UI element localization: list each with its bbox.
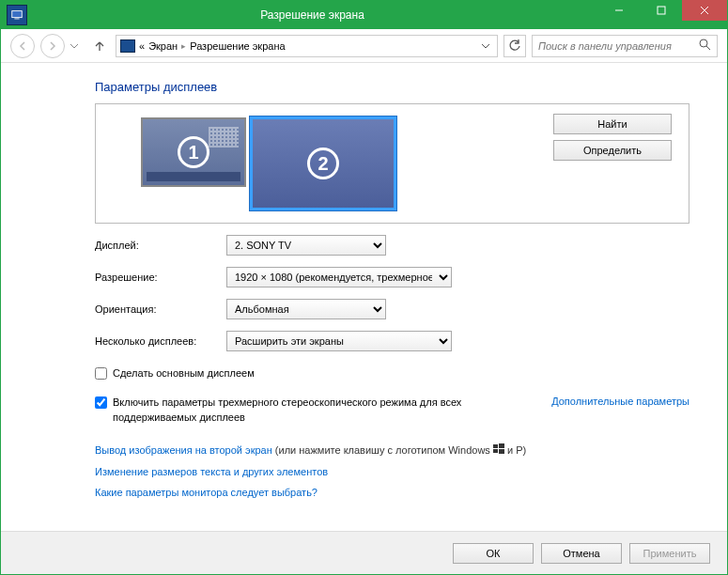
multi-display-select[interactable]: Расширить эти экраны [226, 331, 452, 351]
svg-rect-10 [493, 449, 498, 453]
multi-display-label: Несколько дисплеев: [95, 335, 226, 347]
taskbar-decoration [147, 172, 240, 181]
app-icon [7, 5, 27, 25]
find-button[interactable]: Найти [553, 114, 672, 134]
svg-rect-3 [658, 7, 665, 14]
text-size-link[interactable]: Изменение размеров текста и других элеме… [95, 466, 328, 477]
apply-button[interactable]: Применить [629, 543, 710, 564]
display-preview-area: 1 2 Найти Определить [95, 103, 689, 224]
monitor-1[interactable]: 1 [141, 117, 246, 187]
svg-rect-8 [493, 444, 498, 448]
display-label: Дисплей: [95, 240, 226, 251]
orientation-select[interactable]: Альбомная [226, 299, 386, 319]
display-select[interactable]: 2. SONY TV [226, 235, 386, 256]
minimize-button[interactable] [597, 0, 640, 21]
resolution-label: Разрешение: [95, 272, 226, 283]
titlebar: Разрешение экрана [1, 1, 727, 29]
project-link[interactable]: Вывод изображения на второй экран [95, 444, 272, 456]
monitor-number: 1 [178, 136, 209, 168]
primary-display-checkbox[interactable] [95, 367, 107, 380]
svg-rect-1 [14, 19, 19, 20]
screen-icon [120, 39, 135, 53]
search-input[interactable] [538, 40, 699, 52]
monitor-number: 2 [307, 148, 339, 179]
stereo-checkbox[interactable] [95, 396, 107, 409]
toolbar: « Экран ▸ Разрешение экрана [1, 29, 727, 63]
project-text-2: и P) [504, 444, 526, 456]
search-icon[interactable] [699, 39, 711, 54]
footer: ОК Отмена Применить [1, 531, 727, 574]
which-settings-link[interactable]: Какие параметры монитора следует выбрать… [95, 487, 318, 498]
refresh-button[interactable] [503, 35, 526, 57]
resolution-select[interactable]: 1920 × 1080 (рекомендуется, трехмерное) [226, 267, 452, 288]
page-heading: Параметры дисплеев [95, 80, 689, 94]
svg-rect-0 [12, 11, 23, 18]
maximize-button[interactable] [640, 0, 682, 21]
orientation-label: Ориентация: [95, 303, 226, 315]
breadcrumb-item[interactable]: Разрешение экрана [190, 40, 285, 52]
svg-line-7 [706, 46, 710, 50]
svg-point-6 [700, 39, 707, 47]
chevron-right-icon: ▸ [181, 41, 186, 51]
up-button[interactable] [89, 36, 110, 56]
breadcrumb-sep: « [139, 40, 145, 52]
history-dropdown-icon[interactable] [70, 39, 84, 53]
close-button[interactable] [682, 0, 727, 21]
search-box[interactable] [532, 35, 718, 57]
ok-button[interactable]: ОК [453, 543, 534, 564]
window-title: Разрешение экрана [27, 8, 597, 22]
advanced-settings-link[interactable]: Дополнительные параметры [551, 396, 689, 407]
windows-logo-icon [493, 441, 504, 461]
forward-button[interactable] [40, 34, 65, 58]
breadcrumb-item[interactable]: Экран [148, 40, 178, 52]
project-text: (или нажмите клавишу с логотипом Windows [272, 444, 493, 456]
detect-button[interactable]: Определить [553, 140, 672, 161]
monitor-2[interactable]: 2 [250, 117, 396, 210]
breadcrumb[interactable]: « Экран ▸ Разрешение экрана [116, 35, 498, 57]
stereo-label: Включить параметры трехмерного стереоско… [113, 396, 470, 425]
cancel-button[interactable]: Отмена [541, 543, 622, 564]
back-button[interactable] [10, 34, 35, 58]
primary-display-label: Сделать основным дисплеем [113, 366, 255, 381]
chevron-down-icon[interactable] [482, 40, 489, 52]
grid-decoration [209, 127, 239, 148]
